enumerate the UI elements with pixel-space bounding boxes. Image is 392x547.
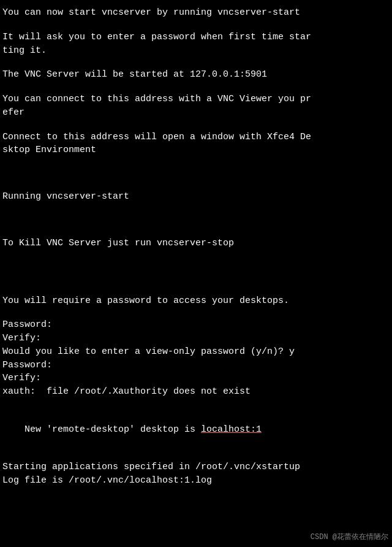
line-18-underline: localhost:1 <box>201 424 262 435</box>
spacer-8 <box>2 204 390 215</box>
spacer-12 <box>2 261 390 272</box>
line-11: You will require a password to access yo… <box>2 294 390 308</box>
spacer-16 <box>2 399 390 410</box>
line-19: Starting applications specified in /root… <box>2 461 390 474</box>
spacer-5 <box>2 157 390 168</box>
line-6: efer <box>2 106 390 120</box>
spacer-4 <box>2 120 390 131</box>
line-14: Would you like to enter a view-only pass… <box>2 345 390 359</box>
line-3: ting it. <box>2 44 390 58</box>
line-5: You can connect to this address with a V… <box>2 93 390 106</box>
spacer-10 <box>2 226 390 237</box>
line-4: The VNC Server will be started at 127.0.… <box>2 68 390 82</box>
spacer-13 <box>2 272 390 283</box>
line-18: New 'remote-desktop' desktop is localhos… <box>2 410 390 449</box>
spacer-6 <box>2 168 390 179</box>
spacer-11 <box>2 250 390 261</box>
spacer-7 <box>2 179 390 190</box>
line-10: To Kill VNC Server just run vncserver-st… <box>2 237 390 250</box>
spacer-3 <box>2 82 390 93</box>
terminal-window: You can now start vncserver by running v… <box>0 0 392 547</box>
spacer-1 <box>2 20 390 31</box>
line-8: sktop Environment <box>2 143 390 157</box>
line-2: It will ask you to enter a password when… <box>2 31 390 44</box>
line-12: Password: <box>2 318 390 332</box>
line-16: Verify: <box>2 372 390 385</box>
line-15: Password: <box>2 359 390 372</box>
spacer-2 <box>2 57 390 68</box>
spacer-14 <box>2 283 390 294</box>
watermark: CSDN @花蕾依在情陋尔 <box>311 532 388 542</box>
line-20: Log file is /root/.vnc/localhost:1.log <box>2 474 390 488</box>
line-7: Connect to this address will open a wind… <box>2 131 390 144</box>
line-17: xauth: file /root/.Xauthority does not e… <box>2 385 390 399</box>
spacer-15 <box>2 307 390 318</box>
line-1: You can now start vncserver by running v… <box>2 6 390 20</box>
spacer-17 <box>2 449 390 461</box>
spacer-9 <box>2 215 390 226</box>
line-18-prefix: New 'remote-desktop' desktop is <box>24 424 201 435</box>
line-13: Verify: <box>2 332 390 345</box>
line-9: Running vncserver-start <box>2 190 390 204</box>
